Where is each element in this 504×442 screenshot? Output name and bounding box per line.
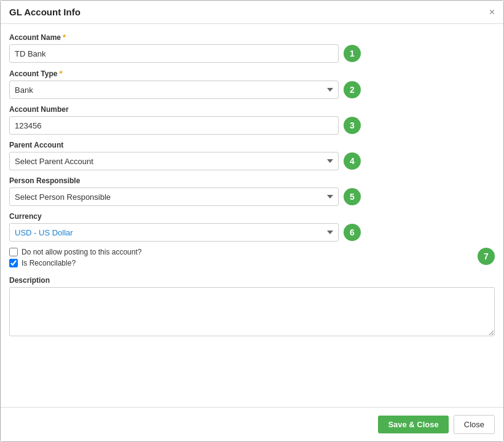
reconcilable-checkbox[interactable] bbox=[9, 259, 18, 267]
account-type-group: Account Type * Bank Cash Credit Card Oth… bbox=[9, 69, 495, 99]
no-posting-row: Do not allow posting to this account? bbox=[9, 248, 473, 256]
account-name-input[interactable] bbox=[9, 44, 339, 63]
no-posting-checkbox[interactable] bbox=[9, 248, 18, 256]
account-number-group: Account Number 3 bbox=[9, 105, 495, 135]
reconcilable-label[interactable]: Is Reconcilable? bbox=[22, 259, 76, 267]
modal-footer: Save & Close Close bbox=[1, 407, 503, 441]
reconcilable-row: Is Reconcilable? bbox=[9, 259, 473, 267]
gl-account-modal: GL Account Info × Account Name * 1 Accou… bbox=[0, 0, 504, 442]
save-close-button[interactable]: Save & Close bbox=[378, 416, 448, 433]
required-star-type: * bbox=[59, 69, 62, 78]
currency-select[interactable]: USD - US Dollar EUR - Euro GBP - British… bbox=[9, 223, 339, 242]
badge-2: 2 bbox=[344, 81, 361, 98]
close-button[interactable]: Close bbox=[454, 415, 495, 434]
required-star-name: * bbox=[63, 33, 66, 42]
currency-group: Currency USD - US Dollar EUR - Euro GBP … bbox=[9, 212, 495, 242]
account-name-group: Account Name * 1 bbox=[9, 33, 495, 63]
account-name-label: Account Name * bbox=[9, 33, 495, 42]
person-responsible-label: Person Responsible bbox=[9, 176, 495, 185]
badge-3: 3 bbox=[344, 117, 361, 134]
currency-label: Currency bbox=[9, 212, 495, 221]
account-number-label: Account Number bbox=[9, 105, 495, 114]
currency-row: USD - US Dollar EUR - Euro GBP - British… bbox=[9, 223, 495, 242]
account-type-row: Bank Cash Credit Card Other 2 bbox=[9, 81, 495, 99]
account-number-input[interactable] bbox=[9, 116, 339, 135]
modal-body: Account Name * 1 Account Type * Bank Cas… bbox=[1, 24, 503, 407]
badge-6: 6 bbox=[344, 224, 361, 241]
badge-5: 5 bbox=[344, 188, 361, 205]
description-textarea[interactable] bbox=[9, 287, 495, 336]
description-label: Description bbox=[9, 276, 495, 285]
badge-7: 7 bbox=[478, 248, 495, 265]
badge-1: 1 bbox=[344, 45, 361, 62]
account-type-select[interactable]: Bank Cash Credit Card Other bbox=[9, 81, 339, 99]
account-type-label: Account Type * bbox=[9, 69, 495, 78]
close-icon[interactable]: × bbox=[489, 7, 495, 17]
modal-title: GL Account Info bbox=[9, 7, 81, 17]
account-name-row: 1 bbox=[9, 44, 495, 63]
person-responsible-group: Person Responsible Select Person Respons… bbox=[9, 176, 495, 206]
description-group: Description bbox=[9, 276, 495, 338]
person-responsible-row: Select Person Responsible 5 bbox=[9, 187, 495, 206]
account-number-row: 3 bbox=[9, 116, 495, 135]
parent-account-group: Parent Account Select Parent Account 4 bbox=[9, 141, 495, 170]
badge-4: 4 bbox=[344, 152, 361, 170]
parent-account-row: Select Parent Account 4 bbox=[9, 152, 495, 170]
modal-header: GL Account Info × bbox=[1, 1, 503, 24]
person-responsible-select[interactable]: Select Person Responsible bbox=[9, 187, 339, 206]
parent-account-select[interactable]: Select Parent Account bbox=[9, 152, 339, 170]
parent-account-label: Parent Account bbox=[9, 141, 495, 149]
checkboxes-area: Do not allow posting to this account? Is… bbox=[9, 248, 495, 270]
no-posting-label[interactable]: Do not allow posting to this account? bbox=[22, 248, 141, 256]
